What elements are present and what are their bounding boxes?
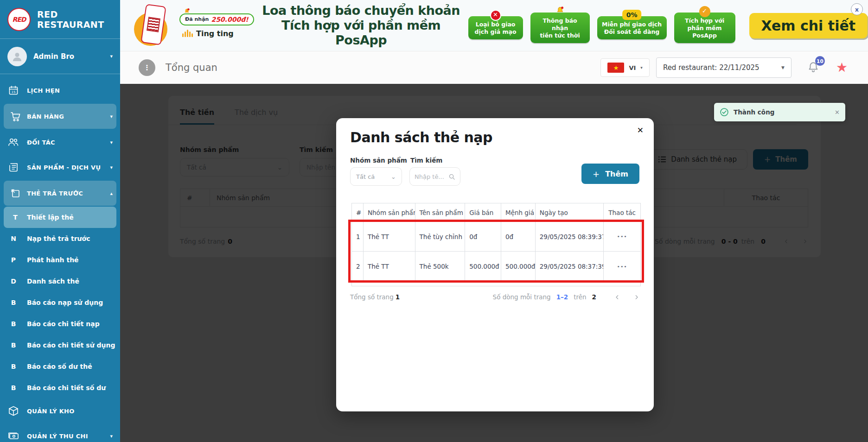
banner-badge-posapp-integration: ✓ Tích hợp với phần mềm PosApp [674, 13, 735, 44]
user-menu[interactable]: Admin Bro ▾ [0, 39, 120, 74]
sidebar-subitem-thiet-lap-the[interactable]: T Thiết lập thẻ [4, 207, 116, 228]
sidebar-item-doi-tac[interactable]: ĐỐI TÁC ▾ [0, 130, 120, 155]
chevron-down-icon: ⌄ [391, 173, 396, 180]
chevron-right-icon[interactable] [633, 294, 640, 301]
favorite-star-button[interactable]: ★ [836, 61, 848, 74]
subitem-label: Báo cáo số dư thẻ [27, 363, 92, 370]
badge-line: phần mềm PosApp [679, 25, 731, 40]
promo-banner[interactable]: Đã nhận 250.000đ! Ting ting Loa thông bá… [120, 0, 868, 51]
cell-index: 1 [352, 222, 364, 251]
warehouse-icon [0, 405, 27, 417]
cell-group: Thẻ TT [364, 252, 415, 281]
sidebar-item-lich-hen[interactable]: 15 LỊCH HẸN [0, 78, 120, 103]
table-row: 2 Thẻ TT Thẻ 500k 500.000đ 500.000đ 29/0… [352, 252, 640, 281]
modal-group-filter-label: Nhóm sản phẩm [350, 157, 407, 164]
toast-close-button[interactable]: ✕ [835, 109, 840, 116]
sidebar-subitem-bao-cao-chi-tiet-nap[interactable]: B Báo cáo chi tiết nạp [0, 313, 120, 335]
sidebar-subitem-danh-sach-the[interactable]: D Danh sách thẻ [0, 271, 120, 292]
modal-add-button[interactable]: + Thêm [581, 164, 639, 184]
chevron-left-icon[interactable] [614, 294, 621, 301]
banner-close-button[interactable]: x [851, 3, 863, 15]
branch-date-select[interactable]: Red restaurant: 22/11/2025 ▼ [656, 57, 791, 78]
badge-line: Tích hợp với [679, 17, 731, 25]
subitem-label: Nạp thẻ trả trước [27, 235, 90, 242]
col-group: Nhóm sản phẩm [364, 203, 415, 221]
subitem-label: Thiết lập thẻ [27, 214, 74, 221]
badge-line: dịch giả mạo [473, 28, 518, 36]
received-amount-group: Đã nhận 250.000đ! Ting ting [179, 13, 254, 38]
sound-bars-icon [182, 30, 193, 37]
cashflow-icon [0, 430, 27, 442]
subitem-label: Báo cáo chi tiết số dư [27, 384, 106, 391]
sidebar-item-quan-ly-kho[interactable]: QUẢN LÝ KHO [0, 398, 120, 423]
zero-percent-badge: 0% [622, 10, 642, 20]
sidebar-subitem-bao-cao-so-du-the[interactable]: B Báo cáo số dư thẻ [0, 356, 120, 377]
cart-icon [4, 111, 27, 122]
subitem-letter: B [0, 384, 27, 391]
subitem-label: Danh sách thẻ [27, 278, 79, 285]
row-actions-button[interactable]: ••• [617, 264, 627, 270]
sidebar-item-san-pham-dich-vu[interactable]: SẢN PHẨM - DỊCH VỤ ▾ [0, 155, 120, 180]
modal-title: Danh sách thẻ nạp [350, 129, 492, 145]
subitem-letter: N [0, 235, 27, 242]
notifications-button[interactable]: 10 [807, 61, 819, 75]
subitem-letter: P [0, 256, 27, 264]
cell-sale-price: 500.000đ [465, 252, 501, 281]
sidebar-item-quan-ly-thu-chi[interactable]: QUẢN LÝ THU CHI ▾ [0, 423, 120, 442]
banner-badge-instant-notify: Thông báo nhận tiền tức thời [530, 13, 590, 44]
sidebar-item-label: ĐỐI TÁC [27, 139, 110, 146]
subitem-letter: B [0, 341, 27, 349]
recharge-cards-modal: ✕ Danh sách thẻ nạp Nhóm sản phẩm Tìm ki… [336, 118, 654, 411]
col-product-name: Tên sản phẩm [415, 203, 466, 221]
calendar-icon: 15 [0, 85, 27, 96]
products-icon [0, 162, 27, 173]
banner-headline-line2: Tích hợp với phần mềm PosApp [262, 18, 461, 48]
avatar [7, 47, 27, 66]
subitem-label: Báo cáo chi tiết nạp [27, 320, 100, 328]
subitem-letter: B [0, 363, 27, 370]
sidebar-item-ban-hang[interactable]: BÁN HÀNG ▾ [4, 104, 116, 129]
cell-product-name: Thẻ 500k [415, 252, 466, 281]
modal-search-placeholder: Nhập tê... [415, 173, 448, 180]
badge-line: Loại bỏ giao [473, 21, 518, 28]
chevron-down-icon: ▾ [640, 65, 643, 70]
branch-date-value: Red restaurant: 22/11/2025 [663, 63, 781, 72]
cell-face-value: 0đ [501, 222, 536, 251]
svg-text:15: 15 [12, 90, 16, 94]
sidebar-subitem-phat-hanh-the[interactable]: P Phát hành thẻ [0, 249, 120, 271]
col-actions: Thao tác [604, 203, 640, 221]
x-circle-icon: ✕ [490, 10, 501, 21]
search-icon [448, 173, 455, 180]
cell-created: 29/05/2025 08:37:39 [536, 252, 604, 281]
restaurant-logo: RED [7, 8, 31, 31]
modal-table: # Nhóm sản phẩm Tên sản phẩm Giá bán Mện… [351, 203, 641, 286]
received-amount: 250.000đ! [211, 16, 248, 23]
modal-group-filter-value: Tất cả [356, 173, 391, 180]
sidebar-subitem-bao-cao-chi-tiet-so-du[interactable]: B Báo cáo chi tiết số dư [0, 377, 120, 398]
modal-close-button[interactable]: ✕ [637, 126, 644, 135]
banner-cta-button[interactable]: Xem chi tiết [749, 13, 868, 38]
sidebar-subitem-nap-the[interactable]: N Nạp thẻ trả trước [0, 228, 120, 249]
sidebar-item-label: QUẢN LÝ THU CHI [27, 433, 110, 440]
modal-group-filter-select[interactable]: Tất cả ⌄ [350, 167, 402, 186]
sidebar-item-the-tra-truoc[interactable]: THẺ TRẢ TRƯỚC ▴ [4, 181, 116, 206]
menu-kebab-button[interactable]: ⋮ [139, 59, 155, 76]
success-check-icon [720, 107, 729, 117]
subitem-letter: D [0, 278, 27, 285]
row-actions-button[interactable]: ••• [617, 234, 627, 240]
ting-ting: Ting ting [179, 29, 254, 38]
sidebar-subitem-bao-cao-chi-tiet-su-dung[interactable]: B Báo cáo chi tiết sử dụng [0, 335, 120, 356]
brand-header: RED RED RESTAURANT [0, 0, 120, 39]
chevron-down-icon: ▾ [110, 164, 113, 170]
rows-range: 1–2 [556, 293, 568, 301]
banner-badge-anti-fraud: ✕ Loại bỏ giao dịch giả mạo [468, 16, 523, 40]
col-face-value: Mệnh giá [501, 203, 536, 221]
qr-code-icon [147, 17, 160, 32]
subitem-letter: B [0, 320, 27, 328]
col-index: # [352, 203, 364, 221]
modal-search-input[interactable]: Nhập tê... [409, 167, 460, 186]
rows-total: 2 [592, 293, 596, 301]
sidebar-subitem-bao-cao-nap-su-dung[interactable]: B Báo cáo nạp sử dụng [0, 292, 120, 313]
language-selector[interactable]: ★ VI ▾ [600, 58, 649, 77]
brand-name: RED RESTAURANT [37, 9, 113, 30]
